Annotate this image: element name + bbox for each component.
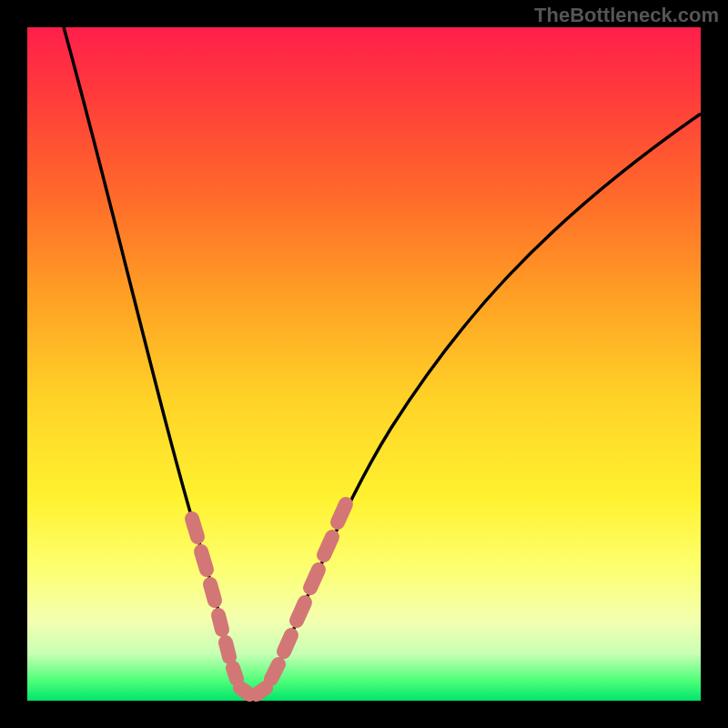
highlight-dash [284,635,291,652]
chart-stage: TheBottleneck.com [0,0,728,728]
highlight-dash [233,668,237,679]
highlight-dash [218,615,222,630]
highlight-dash [257,688,266,694]
plot-area [27,27,701,701]
bottleneck-curve [27,27,701,701]
highlight-dash [310,570,318,588]
curve-path [64,27,701,696]
highlight-dash [240,688,249,694]
highlight-dash [226,642,229,657]
highlight-dash [297,602,305,621]
highlight-dash [324,537,332,555]
highlight-dash [201,551,207,570]
highlight-dash [271,664,278,679]
highlight-dash [192,519,197,537]
highlight-dash [210,584,215,601]
highlight-dash [338,504,346,522]
watermark-text: TheBottleneck.com [534,4,719,27]
